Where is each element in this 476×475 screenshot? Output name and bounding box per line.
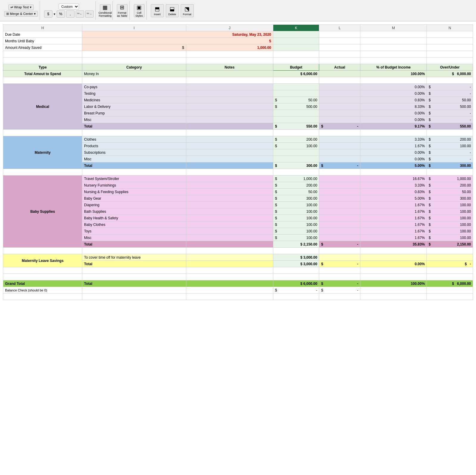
total-spend-over: $ 6,000.00	[427, 71, 473, 77]
medical-misc-cat: Misc	[82, 117, 186, 123]
empty-row-3	[3, 77, 473, 84]
format-separator: ▾	[54, 12, 55, 16]
format-label: Format	[183, 13, 192, 16]
medical-copays-cat: Co-pays	[82, 84, 186, 90]
amount-saved-row: Amount Already Saved $ 1,000.00	[3, 44, 473, 51]
total-spend-actual	[319, 71, 360, 77]
empty-row-6	[3, 248, 473, 254]
amount-n	[427, 44, 473, 51]
due-date-l	[319, 31, 360, 38]
maternity-leave-type: Maternity Leave Savings	[3, 254, 82, 267]
table-header-row: Type Category Notes Budget Actual % of B…	[3, 64, 473, 71]
due-date-n	[427, 31, 473, 38]
column-header-row: H I J K L M N	[3, 25, 473, 31]
empty-row-final	[3, 294, 473, 300]
medical-total-pct: 9.17%	[360, 123, 427, 130]
format-as-table-group: ⊞ Format as Table	[115, 1, 130, 20]
delete-button[interactable]: ⬓ Delete	[166, 4, 179, 17]
sheet-table: H I J K L M N Due Date Saturday, May 23,…	[3, 24, 473, 300]
increase-decimal-button[interactable]: ⁰⁰→	[85, 10, 94, 18]
grand-total-row: Grand Total Total $ 6,000.00 $ - 100.00%…	[3, 280, 473, 287]
amount-m	[360, 44, 427, 51]
format-icon: ⬔	[184, 6, 190, 12]
maternity-misc-cat: Misc	[82, 156, 186, 162]
col-I[interactable]: I	[82, 25, 186, 31]
medical-copays-budget	[273, 84, 319, 90]
amount-saved-label: Amount Already Saved	[3, 44, 82, 51]
merge-center-button[interactable]: ⊞ Merge & Center ▾	[4, 11, 38, 17]
wrap-text-icon: ⇌	[10, 5, 13, 9]
medical-copays-over: $ -	[427, 84, 473, 90]
medical-labor-cat: Labor & Delivery	[82, 103, 186, 110]
col-K[interactable]: K	[273, 25, 319, 31]
format-button[interactable]: ⬔ Format	[181, 4, 194, 17]
merge-center-icon: ⊞	[6, 12, 9, 15]
grand-total-label: Total	[82, 280, 186, 287]
maternity-clothes-row: Maternity Clothes $ 200.00 3.33% $ 200.0…	[3, 136, 473, 143]
toolbar: ⇌ Wrap Text ▾ ⊞ Merge & Center ▾ Custom …	[0, 0, 476, 21]
months-value: 5	[82, 38, 273, 44]
amount-k	[273, 44, 319, 51]
header-type: Type	[3, 64, 82, 71]
insert-button[interactable]: ⬒ Insert	[151, 4, 164, 17]
header-budget: Budget	[273, 64, 319, 71]
number-format-group: Custom $ ▾ % , ⁰⁰← ⁰⁰→	[42, 1, 96, 20]
medical-misc-pct: 0.00%	[360, 117, 427, 123]
medical-total-label: Total	[82, 123, 186, 130]
empty-row-5	[3, 169, 473, 176]
spreadsheet: H I J K L M N Due Date Saturday, May 23,…	[0, 21, 476, 303]
conditional-format-label: Conditional Formatting	[98, 11, 112, 17]
comma-button[interactable]: ,	[66, 10, 75, 18]
col-H[interactable]: H	[3, 25, 82, 31]
amount-saved-sign: $	[82, 44, 186, 51]
due-date-value: Saturday, May 23, 2020	[82, 31, 273, 38]
insert-label: Insert	[154, 13, 161, 16]
months-k	[273, 38, 319, 44]
grand-total-type: Grand Total	[3, 280, 82, 287]
total-spend-label: Total Amout to Spend	[3, 71, 82, 77]
conditional-formatting-button[interactable]: ▦ Conditional Formatting	[100, 4, 111, 17]
dollar-button[interactable]: $	[44, 10, 52, 18]
wrap-text-button[interactable]: ⇌ Wrap Text ▾	[8, 4, 33, 10]
percent-button[interactable]: %	[57, 10, 65, 18]
empty-row-1	[3, 51, 473, 58]
total-to-spend-row: Total Amout to Spend Money In $ 6,000.00…	[3, 71, 473, 77]
header-pct: % of Budget Income	[360, 64, 427, 71]
empty-row-4	[3, 130, 473, 136]
decrease-decimal-button[interactable]: ⁰⁰←	[76, 10, 84, 18]
total-spend-pct: 100.00%	[360, 71, 427, 77]
col-J[interactable]: J	[186, 25, 273, 31]
maternity-total-label: Total	[82, 162, 186, 169]
medical-medicines-cat: Medicines	[82, 97, 186, 103]
col-M[interactable]: M	[360, 25, 427, 31]
months-l	[319, 38, 360, 44]
due-date-label: Due Date	[3, 31, 82, 38]
col-L[interactable]: L	[319, 25, 360, 31]
wrap-text-label: Wrap Text	[14, 5, 29, 9]
wrap-text-dropdown-icon: ▾	[30, 5, 32, 9]
maternity-products-cat: Products	[82, 143, 186, 149]
due-date-m	[360, 31, 427, 38]
cell-styles-group: ▣ Cell Styles	[132, 1, 147, 20]
medical-copays-actual	[319, 84, 360, 90]
header-actual: Actual	[319, 64, 360, 71]
months-m	[360, 38, 427, 44]
medical-medicines-pct: 0.83%	[360, 97, 427, 103]
maternity-leave-row1: Maternity Leave Savings To cover time of…	[3, 254, 473, 261]
medical-testing-cat: Testing	[82, 90, 186, 97]
amount-saved-value: 1,000.00	[186, 44, 273, 51]
total-spend-notes	[186, 71, 273, 77]
months-n	[427, 38, 473, 44]
delete-icon: ⬓	[170, 6, 175, 12]
cell-styles-button[interactable]: ▣ Cell Styles	[134, 4, 145, 17]
col-N[interactable]: N	[427, 25, 473, 31]
format-table-icon: ⊞	[120, 4, 124, 11]
format-as-table-button[interactable]: ⊞ Format as Table	[117, 4, 128, 17]
empty-row-7	[3, 267, 473, 274]
insert-delete-format-group: ⬒ Insert ⬓ Delete ⬔ Format	[149, 1, 196, 20]
amount-l	[319, 44, 360, 51]
header-notes: Notes	[186, 64, 273, 71]
number-format-select[interactable]: Custom	[59, 4, 79, 10]
cell-styles-icon: ▣	[137, 4, 142, 11]
header-category: Category	[82, 64, 186, 71]
